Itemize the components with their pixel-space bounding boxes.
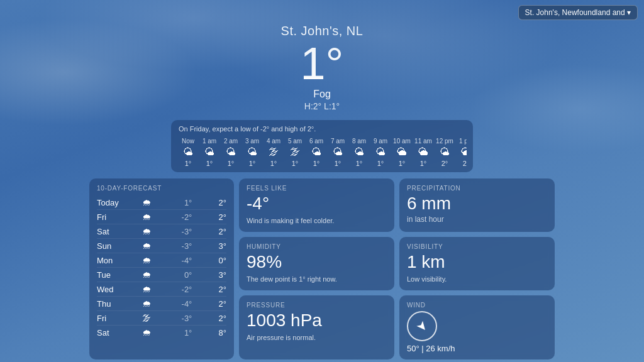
forecast-day: Thu [97, 299, 123, 309]
forecast-row: Sun 🌧 -3° 3° [97, 239, 226, 253]
forecast-row: Mon 🌧 -4° 0° [97, 253, 226, 268]
hour-label: 3 am [245, 138, 259, 145]
main-temperature: 1° [0, 41, 644, 86]
pressure-panel: PRESSURE 1003 hPa Air pressure is normal… [239, 295, 394, 359]
city-name: St. John's, NL [0, 24, 644, 38]
forecast-row: Tue 🌧 0° 3° [97, 268, 226, 282]
forecast-row: Today 🌧 1° 2° [97, 195, 226, 210]
forecast-icon: 🌧 [140, 226, 153, 236]
forecast-row: Sat 🌧 -3° 2° [97, 224, 226, 239]
forecast-day: Sun [97, 241, 123, 251]
hour-icon: 🌫 [269, 147, 279, 157]
forecast-high: 2° [209, 299, 226, 309]
precipitation-label: PRECIPITATION [407, 185, 547, 192]
hour-temp: 1° [420, 160, 427, 167]
hour-temp: 1° [356, 160, 363, 167]
forecast-icon: 🌧 [140, 197, 153, 207]
panels-row-2: HUMIDITY 98% The dew point is 1° right n… [239, 237, 555, 290]
location-selector[interactable]: St. John's, Newfoundland and ▾ [518, 5, 638, 20]
precipitation-value: 6 mm [407, 194, 547, 214]
forecast-day: Wed [97, 285, 123, 294]
visibility-desc: Low visibility. [407, 275, 547, 284]
hour-item: 5 am 🌫 1° [284, 138, 306, 167]
hour-temp: 1° [377, 160, 384, 167]
hour-item: 6 am 🌤 1° [306, 138, 327, 167]
hour-label: 1 pm [459, 138, 467, 145]
hour-label: 6 am [309, 138, 323, 145]
hour-item: 4 am 🌫 1° [263, 138, 284, 167]
forecast-low: -3° [169, 227, 192, 236]
ten-day-forecast: 10-DAY-FORECAST Today 🌧 1° 2° Fri 🌧 -2° … [89, 178, 234, 359]
humidity-panel: HUMIDITY 98% The dew point is 1° right n… [239, 237, 394, 290]
pressure-label: PRESSURE [247, 302, 387, 309]
hour-icon: 🌤 [204, 147, 214, 157]
wind-label: WIND [407, 302, 547, 309]
hour-temp: 1° [206, 160, 213, 167]
hour-label: 8 am [352, 138, 366, 145]
feels-like-label: FEELS LIKE [247, 185, 387, 192]
hour-label: 2 am [224, 138, 238, 145]
precipitation-panel: PRECIPITATION 6 mm in last hour [399, 178, 555, 232]
forecast-row: Sat 🌧 1° 8° [97, 326, 226, 339]
hour-icon: 🌥 [418, 147, 428, 157]
forecast-low: -3° [169, 314, 192, 323]
forecast-icon: 🌧 [140, 284, 153, 294]
hour-temp: 1° [185, 160, 192, 167]
forecast-high: 2° [209, 212, 226, 222]
forecast-high: 3° [209, 241, 226, 251]
forecast-high: 2° [209, 314, 226, 323]
humidity-label: HUMIDITY [247, 243, 387, 250]
forecast-row: Fri 🌫 -3° 2° [97, 311, 226, 326]
hour-icon: 🌤 [333, 147, 343, 157]
wind-value: 50° | 26 km/h [407, 344, 547, 353]
ten-day-label: 10-DAY-FORECAST [97, 185, 226, 192]
hour-label: 11 am [414, 138, 432, 145]
forecast-day: Sat [97, 227, 123, 236]
forecast-row: Thu 🌧 -4° 2° [97, 297, 226, 311]
hour-item: 12 pm 🌤 2° [434, 138, 455, 167]
hour-icon: 🌥 [397, 147, 407, 157]
hour-icon: 🌤 [354, 147, 364, 157]
hour-item: 8 am 🌤 1° [348, 138, 370, 167]
hour-item: Now 🌤 1° [177, 138, 199, 167]
hour-temp: 1° [292, 160, 299, 167]
forecast-low: -2° [169, 212, 192, 222]
forecast-low: 0° [169, 270, 192, 280]
hour-label: Now [182, 138, 194, 145]
hi-lo-label: H:2° L:1° [0, 101, 644, 111]
forecast-day: Tue [97, 270, 123, 280]
hour-icon: 🌤 [247, 147, 257, 157]
pressure-value: 1003 hPa [247, 311, 387, 331]
hour-label: 5 am [288, 138, 302, 145]
hour-item: 2 am 🌤 1° [220, 138, 242, 167]
hour-item: 1 am 🌤 1° [199, 138, 220, 167]
hour-icon: 🌤 [226, 147, 236, 157]
hour-temp: 2° [441, 160, 448, 167]
forecast-day: Mon [97, 256, 123, 265]
pressure-desc: Air pressure is normal. [247, 333, 387, 343]
hour-item: 7 am 🌤 1° [327, 138, 348, 167]
visibility-label: VISIBILITY [407, 243, 547, 250]
forecast-low: -3° [169, 241, 192, 251]
hour-label: 7 am [331, 138, 345, 145]
compass-arrow-icon: ➤ [413, 317, 431, 335]
hour-temp: 1° [249, 160, 256, 167]
forecast-high: 2° [209, 227, 226, 236]
forecast-high: 2° [209, 198, 226, 207]
hourly-section: On Friday, expect a low of -2° and high … [171, 120, 473, 172]
visibility-value: 1 km [407, 253, 547, 272]
hour-label: 4 am [267, 138, 280, 145]
forecast-day: Today [97, 198, 123, 207]
forecast-row: Wed 🌧 -2° 2° [97, 282, 226, 297]
wind-panel: WIND ➤ 50° | 26 km/h [399, 295, 555, 359]
hour-temp: 1° [228, 160, 235, 167]
hour-icon: 🌫 [290, 147, 300, 157]
feels-like-value: -4° [247, 194, 387, 214]
hour-item: 10 am 🌥 1° [391, 138, 413, 167]
forecast-icon: 🌧 [140, 327, 153, 337]
forecast-day: Fri [97, 314, 123, 323]
forecast-high: 0° [209, 256, 226, 265]
hour-temp: 1° [313, 160, 320, 167]
forecast-high: 8° [209, 328, 226, 337]
hour-icon: 🌤 [183, 147, 193, 157]
